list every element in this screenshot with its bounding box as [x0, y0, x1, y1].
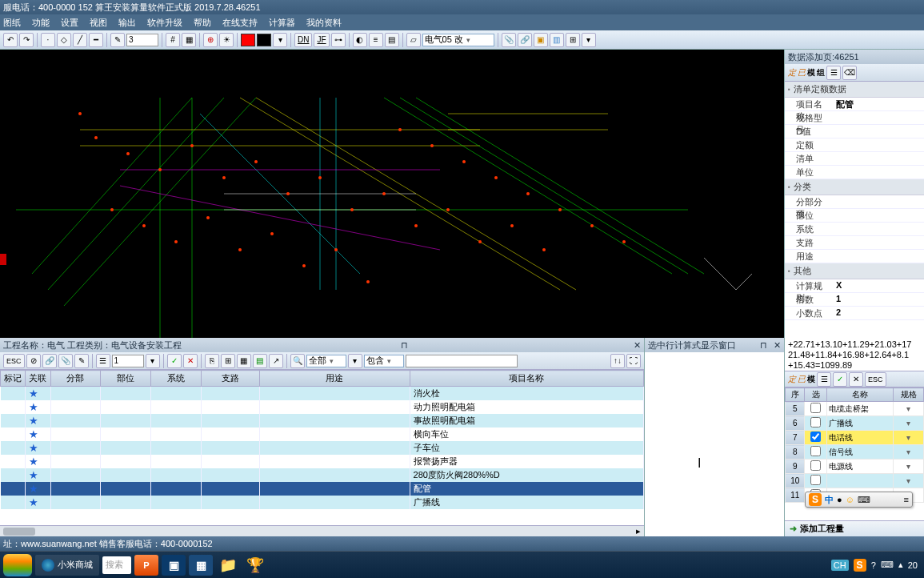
menu-view[interactable]: 视图: [90, 17, 107, 29]
panel-btn-mo[interactable]: 模: [807, 66, 815, 80]
panel-btn-zu[interactable]: 组: [817, 66, 825, 80]
table-row[interactable]: ★事故照明配电箱: [1, 414, 644, 427]
menu-online[interactable]: 在线支持: [222, 17, 258, 29]
menu-data[interactable]: 我的资料: [306, 17, 342, 29]
tray-up-icon[interactable]: ▴: [898, 560, 903, 570]
expand-icon[interactable]: ⛶: [626, 354, 641, 368]
tool-undo-icon[interactable]: ↶: [3, 33, 18, 47]
line-weight-input[interactable]: [126, 34, 158, 46]
table-row[interactable]: ★消火栓: [1, 387, 644, 401]
h-scrollbar[interactable]: ▸: [0, 525, 644, 536]
panel-erase-icon[interactable]: ⌫: [842, 66, 857, 80]
mini-row[interactable]: 10▾: [786, 474, 924, 488]
tool-doc-icon[interactable]: ▥: [550, 33, 564, 47]
table-row[interactable]: ★广播线: [1, 496, 644, 509]
tool-chain-icon[interactable]: 🔗: [518, 33, 532, 47]
esc-button[interactable]: ESC: [3, 354, 25, 368]
tool-dn-icon[interactable]: DN: [294, 33, 312, 47]
tool-plan-icon[interactable]: ▱: [406, 33, 421, 47]
table-row[interactable]: ★报警扬声器: [1, 455, 644, 468]
num-input[interactable]: [112, 355, 144, 367]
tool-line-icon[interactable]: ╱: [73, 33, 87, 47]
panel-btn-yi[interactable]: 已: [798, 66, 806, 80]
cad-viewport[interactable]: [0, 50, 784, 338]
panel-pin-icon[interactable]: ⊓: [401, 340, 408, 351]
check-icon[interactable]: ✓: [167, 354, 182, 368]
tool-conn-icon[interactable]: ⊶: [331, 33, 346, 47]
color-red[interactable]: [241, 34, 255, 46]
ime-zh-icon[interactable]: 中: [825, 494, 834, 506]
tool-pie-icon[interactable]: ◐: [353, 33, 367, 47]
attach-icon[interactable]: 📎: [58, 354, 73, 368]
tool-layers-icon[interactable]: ▤: [385, 33, 399, 47]
filter-dd-icon[interactable]: ▾: [348, 354, 362, 368]
menu-help[interactable]: 帮助: [194, 17, 211, 29]
excel-icon[interactable]: ▤: [253, 354, 267, 368]
main-data-table[interactable]: 标记关联分部部位系统支路用途项目名称 ★消火栓★动力照明配电箱★事故照明配电箱★…: [0, 370, 644, 525]
menu-calc[interactable]: 计算器: [269, 17, 295, 29]
filter-all-combo[interactable]: 全部: [306, 355, 346, 367]
mini-check-icon[interactable]: ✓: [833, 372, 847, 387]
formula-body[interactable]: I: [645, 352, 784, 536]
taskbar-app1-icon[interactable]: ▣: [162, 555, 186, 576]
tray-ques-icon[interactable]: ?: [871, 560, 876, 570]
tray-keys-icon[interactable]: ⌨: [881, 560, 894, 570]
tool-attach-icon[interactable]: 📎: [502, 33, 516, 47]
taskbar-trophy-icon[interactable]: 🏆: [243, 555, 267, 576]
add-quantity-button[interactable]: 添加工程量: [785, 520, 924, 536]
list-icon[interactable]: ☰: [96, 354, 110, 368]
ime-menu-icon[interactable]: ≡: [904, 495, 909, 504]
taskbar-folder-icon[interactable]: 📁: [216, 555, 240, 576]
paste-icon[interactable]: ▦: [237, 354, 251, 368]
find-icon[interactable]: 🔍: [290, 354, 305, 368]
tool-sun-icon[interactable]: ☀: [219, 33, 234, 47]
table-row[interactable]: ★子车位: [1, 441, 644, 455]
tool-jf-icon[interactable]: JF: [314, 33, 329, 47]
ime-sogou-icon[interactable]: S: [809, 493, 822, 506]
filter-text-input[interactable]: [406, 355, 518, 367]
mini-ding[interactable]: 定: [788, 372, 796, 387]
menu-output[interactable]: 输出: [118, 17, 136, 29]
taskbar-ie[interactable]: 小米商城: [35, 555, 99, 576]
panel-close-icon[interactable]: ✕: [634, 340, 641, 351]
sort-asc-icon[interactable]: ↑↓: [610, 354, 625, 368]
mini-yi[interactable]: 已: [798, 372, 806, 387]
edit-icon[interactable]: ✎: [74, 354, 89, 368]
table-row[interactable]: ★动力照明配电箱: [1, 400, 644, 414]
panel-btn-ding[interactable]: 定: [788, 66, 796, 80]
ime-kb-icon[interactable]: ⌨: [858, 495, 870, 505]
taskbar-app2-icon[interactable]: ▦: [189, 555, 213, 576]
tool-hash-icon[interactable]: #: [166, 33, 180, 47]
menu-function[interactable]: 功能: [32, 17, 50, 29]
tool-point-icon[interactable]: ·: [41, 33, 55, 47]
ime-face-icon[interactable]: ☺: [846, 495, 854, 504]
tool-crosshair-icon[interactable]: ⊕: [203, 33, 218, 47]
mini-row[interactable]: 5电缆走桥架▾: [786, 402, 924, 416]
tool-more-icon[interactable]: ▾: [582, 33, 596, 47]
color-more-icon[interactable]: ▾: [273, 33, 287, 47]
taskbar-search[interactable]: 搜索: [102, 556, 131, 574]
mini-row[interactable]: 6广播线▾: [786, 416, 924, 431]
table-row[interactable]: ★280度防火阀280%%D: [1, 468, 644, 482]
tool-redo-icon[interactable]: ↷: [19, 33, 34, 47]
tool-draw-icon[interactable]: ✎: [110, 33, 125, 47]
mini-x-icon[interactable]: ✕: [849, 372, 863, 387]
tray-sogou-icon[interactable]: S: [854, 559, 866, 572]
ime-punct-icon[interactable]: ●: [837, 495, 842, 504]
color-black[interactable]: [257, 34, 271, 46]
formula-pin-icon[interactable]: ⊓: [760, 340, 767, 351]
mini-row[interactable]: 7电话线▾: [786, 431, 924, 445]
cross-icon[interactable]: ✕: [183, 354, 198, 368]
dropdown-icon[interactable]: ▾: [146, 354, 160, 368]
export-icon[interactable]: ↗: [269, 354, 283, 368]
ime-toolbar[interactable]: S 中 ● ☺ ⌨ ≡: [805, 492, 913, 508]
link-icon[interactable]: 🔗: [42, 354, 57, 368]
panel-menu-icon[interactable]: ☰: [826, 66, 841, 80]
start-button[interactable]: [3, 554, 32, 576]
tool-bars-icon[interactable]: ≡: [369, 33, 383, 47]
clone-icon[interactable]: ⎘: [205, 354, 219, 368]
filter-contain-combo[interactable]: 包含: [364, 355, 404, 367]
mini-mo[interactable]: 模: [807, 372, 815, 387]
menu-upgrade[interactable]: 软件升级: [147, 17, 182, 29]
mini-row[interactable]: 8信号线▾: [786, 445, 924, 460]
